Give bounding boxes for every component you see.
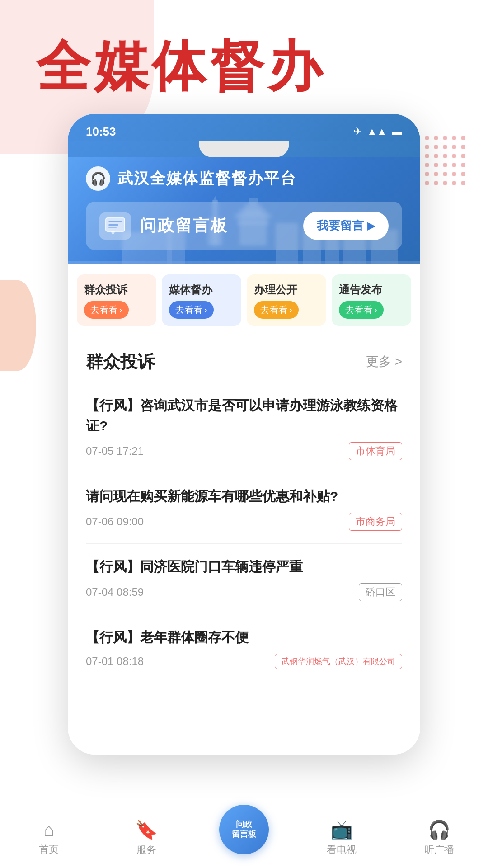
brand-row: 🎧 武汉全媒体监督督办平台 [86,166,402,191]
message-board-icon [99,212,131,240]
msg-board-svg [104,216,127,236]
section-more[interactable]: 更多 > [366,353,402,370]
nav-label-home: 首页 [39,843,59,856]
complaint-item-1[interactable]: 【行风】咨询武汉市是否可以申请办理游泳教练资格证? 07-05 17:21 市体… [86,382,402,473]
battery-icon: ▬ [392,126,402,137]
complaint-title-4: 【行风】老年群体圈存不便 [86,627,402,647]
content-area: 群众投诉 更多 > 【行风】咨询武汉市是否可以申请办理游泳教练资格证? 07-0… [68,337,420,755]
category-btn-notice[interactable]: 去看看 › [339,301,384,319]
nav-item-radio[interactable]: 🎧 听广播 [390,819,488,857]
complaint-title-1: 【行风】咨询武汉市是否可以申请办理游泳教练资格证? [86,395,402,436]
complaint-title-3: 【行风】同济医院门口车辆违停严重 [86,557,402,577]
home-icon: ⌂ [43,820,54,840]
complaint-tag-2: 市商务局 [349,513,402,531]
complaint-time-4: 07-01 08:18 [86,655,144,668]
message-board-banner[interactable]: 问政留言板 我要留言 ▶ [86,202,402,250]
status-bar: 10:53 ✈ ▲▲ ▬ [68,114,420,141]
complaint-time-1: 07-05 17:21 [86,445,144,458]
brand-name: 武汉全媒体监督督办平台 [117,168,296,189]
category-btn-media[interactable]: 去看看 › [169,301,214,319]
status-time: 10:53 [86,125,116,139]
category-title-public: 办理公开 [254,283,297,297]
section-title: 群众投诉 [86,350,155,373]
complaint-item-4[interactable]: 【行风】老年群体圈存不便 07-01 08:18 武钢华润燃气（武汉）有限公司 [86,614,402,682]
category-title-media: 媒体督办 [169,283,212,297]
phone-mockup: 10:53 ✈ ▲▲ ▬ [68,114,420,755]
complaint-meta-1: 07-05 17:21 市体育局 [86,442,402,460]
category-item-public[interactable]: 办理公开 去看看 › [247,274,326,326]
category-item-complaint[interactable]: 群众投诉 去看看 › [77,274,156,326]
phone-notch [68,141,420,157]
nav-label-service: 服务 [136,843,156,857]
phone-header: 🎧 武汉全媒体监督督办平台 问政留言 [68,157,420,264]
complaint-tag-1: 市体育局 [349,442,402,460]
complaint-meta-4: 07-01 08:18 武钢华润燃气（武汉）有限公司 [86,654,402,669]
category-item-notice[interactable]: 通告发布 去看看 › [332,274,411,326]
nav-item-tv[interactable]: 📺 看电视 [293,819,390,857]
complaint-item-2[interactable]: 请问现在购买新能源车有哪些优惠和补贴? 07-06 09:00 市商务局 [86,473,402,544]
brand-logo: 🎧 [86,166,110,191]
complaint-tag-4: 武钢华润燃气（武汉）有限公司 [275,654,402,669]
wifi-icon: ▲▲ [367,126,387,137]
category-item-media[interactable]: 媒体督办 去看看 › [162,274,241,326]
complaint-title-2: 请问现在购买新能源车有哪些优惠和补贴? [86,486,402,506]
category-grid: 群众投诉 去看看 › 媒体督办 去看看 › 办理公开 去看看 › [68,264,420,337]
brand-logo-icon: 🎧 [90,171,106,186]
svg-marker-21 [111,231,115,235]
radio-icon: 🎧 [428,819,450,840]
tv-icon: 📺 [330,819,353,840]
status-icons: ✈ ▲▲ ▬ [353,126,402,137]
phone-mockup-wrapper: 10:53 ✈ ▲▲ ▬ [0,114,488,755]
complaint-item-3[interactable]: 【行风】同济医院门口车辆违停严重 07-04 08:59 硚口区 [86,544,402,614]
category-title-complaint: 群众投诉 [84,283,127,297]
message-board-left: 问政留言板 [99,212,228,240]
complaint-tag-3: 硚口区 [359,583,402,601]
hero-title: 全媒体督办 [0,0,488,114]
nav-label-tv: 看电视 [327,843,357,857]
complaint-meta-2: 07-06 09:00 市商务局 [86,513,402,531]
svg-rect-16 [68,261,420,264]
nav-label-radio: 听广播 [424,843,454,857]
complaint-time-2: 07-06 09:00 [86,515,144,528]
service-icon: 🔖 [135,819,158,840]
complaint-time-3: 07-04 08:59 [86,586,144,599]
category-title-notice: 通告发布 [339,283,382,297]
category-btn-public[interactable]: 去看看 › [254,301,299,319]
svg-rect-19 [108,224,118,226]
message-board-title: 问政留言板 [140,215,228,237]
section-header: 群众投诉 更多 > [86,337,402,382]
nav-center-btn[interactable]: 问政留言板 [219,805,269,854]
bottom-nav: ⌂ 首页 🔖 服务 问政留言板 📺 看电视 🎧 听广播 [0,811,488,868]
message-board-btn-arrow: ▶ [367,220,375,232]
nav-center-btn-text: 问政留言板 [232,820,256,839]
location-icon: ✈ [353,126,361,137]
complaint-meta-3: 07-04 08:59 硚口区 [86,583,402,601]
nav-item-service[interactable]: 🔖 服务 [98,819,195,857]
message-board-btn[interactable]: 我要留言 ▶ [303,212,389,240]
category-btn-complaint[interactable]: 去看看 › [84,301,129,319]
nav-item-center[interactable]: 问政留言板 [195,818,293,857]
nav-item-home[interactable]: ⌂ 首页 [0,820,98,856]
notch-inner [199,141,289,157]
svg-rect-20 [108,227,117,228]
svg-rect-18 [108,221,122,222]
